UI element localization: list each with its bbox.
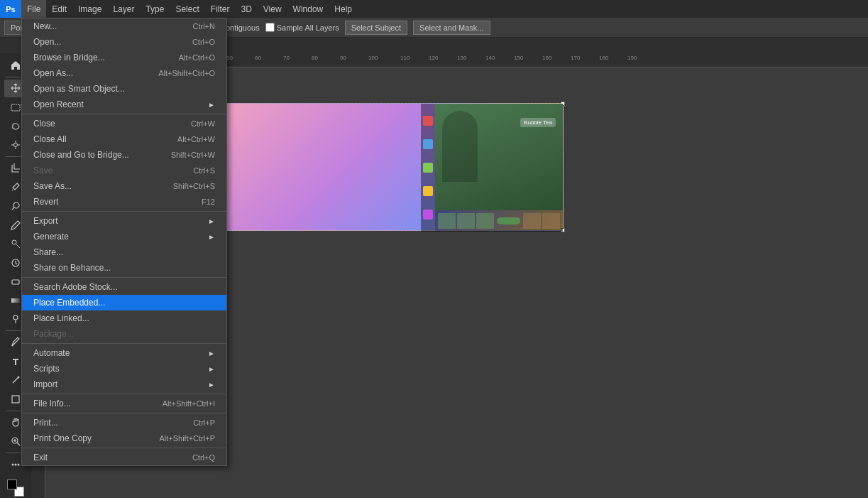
ruler-tick: 100	[368, 55, 378, 61]
ruler-tick: 170	[571, 55, 580, 61]
ruler-tick: 140	[485, 55, 495, 61]
ruler-tick: 190	[627, 55, 637, 61]
ruler-tick: 130	[457, 55, 466, 61]
menubar: Ps File Edit Image Layer Type Select Fil…	[0, 0, 868, 18]
svg-point-6	[13, 202, 19, 208]
menu-scripts[interactable]: Scripts ►	[22, 361, 226, 377]
ruler-tick: 50	[226, 55, 233, 61]
thumb-3	[476, 213, 494, 229]
menu-print[interactable]: Print... Ctrl+P	[22, 415, 226, 431]
separator-1	[22, 114, 226, 114]
svg-point-8	[12, 240, 16, 244]
menu-automate[interactable]: Automate ►	[22, 345, 226, 361]
menu-new[interactable]: New... Ctrl+N	[22, 18, 226, 34]
menu-window[interactable]: Window	[287, 0, 329, 18]
menu-file-info[interactable]: File Info... Alt+Shift+Ctrl+I	[22, 396, 226, 411]
svg-point-20	[12, 463, 14, 465]
ruler-tick: 70	[283, 55, 290, 61]
sample-all-checkbox[interactable]	[265, 23, 275, 32]
bubble-tea-label: Bubble Tea	[520, 118, 556, 127]
menu-open-as[interactable]: Open As... Alt+Shift+Ctrl+O	[22, 65, 226, 81]
svg-rect-10	[12, 280, 19, 284]
menu-print-one[interactable]: Print One Copy Alt+Shift+Ctrl+P	[22, 431, 226, 446]
ruler-tick: 150	[514, 55, 523, 61]
thumb-4	[523, 213, 541, 229]
menu-close-all[interactable]: Close All Alt+Ctrl+W	[22, 131, 226, 147]
ruler-tick: 160	[542, 55, 551, 61]
separator-7	[22, 448, 226, 448]
app-icons-strip	[421, 104, 435, 232]
menu-help[interactable]: Help	[329, 0, 358, 18]
color-swatches[interactable]	[6, 478, 26, 498]
menu-search-stock[interactable]: Search Adobe Stock...	[22, 279, 226, 295]
ruler-tick: 80	[312, 55, 318, 61]
icon-2	[423, 139, 433, 149]
icon-1	[423, 116, 433, 126]
separator-4	[22, 343, 226, 344]
menu-filter[interactable]: Filter	[205, 0, 236, 18]
svg-rect-0	[11, 104, 20, 111]
menu-place-linked[interactable]: Place Linked...	[22, 310, 226, 326]
ps-logo: Ps	[0, 0, 21, 18]
fg-color[interactable]	[7, 480, 17, 489]
separator-2	[22, 211, 226, 212]
svg-point-21	[15, 463, 17, 465]
menu-select[interactable]: Select	[170, 0, 204, 18]
menu-image[interactable]: Image	[72, 0, 107, 18]
sample-all-label: Sample All Layers	[277, 23, 339, 32]
svg-point-14	[18, 377, 20, 379]
progress-bar	[497, 217, 520, 224]
svg-rect-11	[11, 298, 20, 303]
file-dropdown-menu: New... Ctrl+N Open... Ctrl+O Browse in B…	[21, 18, 227, 466]
menu-open-recent[interactable]: Open Recent ►	[22, 97, 226, 112]
ruler-tick: 90	[340, 55, 346, 61]
menu-save[interactable]: Save Ctrl+S	[22, 163, 226, 178]
menu-browse-bridge[interactable]: Browse in Bridge... Alt+Ctrl+O	[22, 50, 226, 65]
canvas-image: Bubble Tea	[223, 103, 564, 231]
separator-3	[22, 277, 226, 278]
photo-area: Bubble Tea	[435, 104, 563, 210]
thumb-1	[438, 213, 456, 229]
menu-revert[interactable]: Revert F12	[22, 194, 226, 210]
menu-view[interactable]: View	[258, 0, 287, 18]
menu-share[interactable]: Share...	[22, 244, 226, 260]
sample-all-group[interactable]: Sample All Layers	[265, 23, 339, 32]
icon-5	[423, 210, 433, 220]
menu-smart-object[interactable]: Open as Smart Object...	[22, 81, 226, 97]
menu-import[interactable]: Import ►	[22, 377, 226, 392]
menu-open[interactable]: Open... Ctrl+O	[22, 34, 226, 50]
menu-close[interactable]: Close Ctrl+W	[22, 116, 226, 131]
menu-file[interactable]: File	[21, 0, 46, 18]
menu-save-as[interactable]: Save As... Shift+Ctrl+S	[22, 178, 226, 194]
select-subject-button[interactable]: Select Subject	[345, 21, 407, 35]
thumbnail-strip	[435, 210, 563, 232]
menu-export[interactable]: Export ►	[22, 213, 226, 229]
thumb-5	[542, 213, 560, 229]
svg-point-12	[13, 315, 18, 320]
ruler-tick: 60	[255, 55, 261, 61]
menu-share-behance[interactable]: Share on Behance...	[22, 260, 226, 276]
menu-package[interactable]: Package...	[22, 326, 226, 342]
icon-4	[423, 186, 433, 196]
ruler-tick: 110	[400, 55, 410, 61]
person-silhouette	[442, 111, 478, 182]
svg-line-17	[17, 443, 20, 445]
svg-rect-15	[12, 396, 19, 403]
svg-line-7	[12, 207, 14, 210]
menu-generate[interactable]: Generate ►	[22, 229, 226, 244]
separator-6	[22, 413, 226, 413]
ruler-tick: 120	[429, 55, 438, 61]
select-mask-button[interactable]: Select and Mask...	[413, 21, 490, 35]
menu-close-bridge[interactable]: Close and Go to Bridge... Shift+Ctrl+W	[22, 147, 226, 163]
svg-point-5	[14, 144, 18, 147]
svg-point-22	[18, 463, 20, 465]
icon-3	[423, 163, 433, 173]
menu-exit[interactable]: Exit Ctrl+Q	[22, 450, 226, 465]
menu-place-embedded[interactable]: Place Embedded...	[22, 295, 226, 310]
thumb-2	[457, 213, 475, 229]
menu-type[interactable]: Type	[140, 0, 170, 18]
menu-layer[interactable]: Layer	[107, 0, 140, 18]
menu-edit[interactable]: Edit	[46, 0, 72, 18]
menu-3d[interactable]: 3D	[235, 0, 257, 18]
separator-5	[22, 394, 226, 394]
